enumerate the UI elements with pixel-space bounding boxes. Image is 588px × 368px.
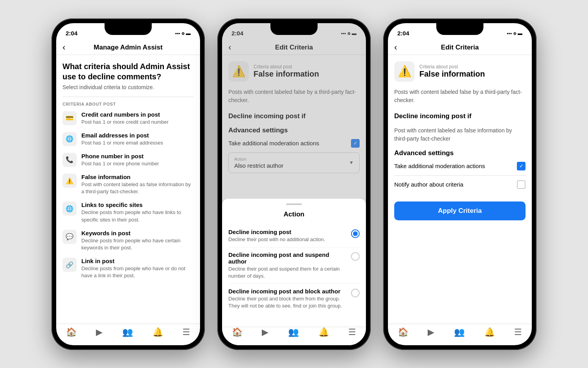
- status-icons-1: ▪▪▪ ⌾ ▬: [175, 31, 191, 36]
- checkbox-label-3a: Take additional moderation actions: [394, 163, 485, 169]
- bottom-nav-groups-1[interactable]: 👥: [122, 327, 133, 337]
- radio-empty-1[interactable]: [351, 252, 360, 261]
- bottom-nav-bell-2[interactable]: 🔔: [318, 327, 329, 337]
- battery-icon-3: ▬: [518, 31, 522, 36]
- bottom-nav-3: 🏠 ▶ 👥 🔔 ☰: [388, 324, 532, 345]
- status-time-3: 2:04: [397, 30, 409, 37]
- bottom-nav-bell-1[interactable]: 🔔: [153, 327, 163, 337]
- bottom-nav-1: 🏠 ▶ 👥 🔔 ☰: [56, 324, 200, 345]
- criteria-name-5: Keywords in post: [81, 230, 194, 236]
- screen1-content: What criteria should Admin Assist use to…: [56, 55, 200, 324]
- criteria-desc-0: Post has 1 or more credit card number: [81, 119, 169, 126]
- criteria-list: 💳 Credit card numbers in post Post has 1…: [62, 111, 194, 280]
- checkbox-row-3b[interactable]: Notify author about criteria: [394, 180, 526, 189]
- action-sheet-2: Action Decline incoming post Decline the…: [222, 199, 366, 345]
- keyword-icon: 💬: [62, 230, 77, 244]
- bottom-nav-bell-3[interactable]: 🔔: [484, 327, 495, 337]
- criteria-name-0: Credit card numbers in post: [81, 111, 169, 118]
- bottom-nav-groups-3[interactable]: 👥: [454, 327, 465, 337]
- phone-3: 2:04 ▪▪▪ ⌾ ▬ ‹ Edit Criteria ⚠️ Criteria…: [383, 18, 537, 350]
- criteria-item-false-info[interactable]: ⚠️ False information Post with content l…: [62, 174, 194, 195]
- credit-card-icon: 💳: [62, 111, 77, 125]
- link-icon: 🔗: [62, 258, 77, 272]
- bottom-nav-menu-2[interactable]: ☰: [348, 327, 356, 337]
- checkbox-row-3a[interactable]: Take additional moderation actions ✓: [394, 162, 526, 170]
- phone-1: 2:04 ▪▪▪ ⌾ ▬ ‹ Manage Admin Assist What …: [51, 18, 205, 350]
- bottom-nav-home-1[interactable]: 🏠: [66, 327, 77, 337]
- back-button-1[interactable]: ‹: [62, 42, 65, 53]
- bottom-nav-video-1[interactable]: ▶: [96, 327, 103, 337]
- criteria-item-phone[interactable]: 📞 Phone number in post Post has 1 or mor…: [62, 153, 194, 167]
- bottom-nav-groups-2[interactable]: 👥: [288, 327, 299, 337]
- wifi-icon-3: ⌾: [513, 31, 516, 36]
- decline-body-3: Post with content labeled as false infor…: [394, 126, 526, 143]
- notch-3: [436, 23, 483, 35]
- criteria-desc-2: Post has 1 or more phone number: [81, 160, 159, 167]
- radio-empty-2[interactable]: [351, 289, 360, 297]
- divider-3: [394, 175, 526, 176]
- criteria-item-keywords[interactable]: 💬 Keywords in post Decline posts from pe…: [62, 230, 194, 251]
- bottom-nav-home-2[interactable]: 🏠: [232, 327, 243, 337]
- criteria-header-title-3: False information: [419, 70, 485, 79]
- email-icon: 🌐: [62, 132, 77, 146]
- nav-header-3: ‹ Edit Criteria: [388, 40, 532, 55]
- checkbox-checked-3a[interactable]: ✓: [517, 162, 526, 170]
- notch-1: [105, 23, 152, 35]
- criteria-item-credit-card[interactable]: 💳 Credit card numbers in post Post has 1…: [62, 111, 194, 126]
- sheet-option-0[interactable]: Decline incoming post Decline their post…: [228, 225, 360, 247]
- radio-selected-0[interactable]: [351, 229, 360, 238]
- sheet-option-desc-0: Decline their post with no additional ac…: [228, 236, 325, 243]
- battery-icon-1: ▬: [186, 31, 191, 36]
- criteria-item-email[interactable]: 🌐 Email addresses in post Post has 1 or …: [62, 132, 194, 146]
- section-label-1: CRITERIA ABOUT POST: [62, 102, 194, 106]
- criteria-name-4: Links to specific sites: [81, 201, 194, 208]
- criteria-desc-4: Decline posts from people who have links…: [81, 209, 194, 223]
- criteria-desc-1: Post has 1 or more email addresses: [81, 139, 163, 146]
- nav-title-3: Edit Criteria: [441, 44, 479, 51]
- criteria-desc-3: Post with content labeled as false infor…: [81, 181, 194, 195]
- phone-1-screen: 2:04 ▪▪▪ ⌾ ▬ ‹ Manage Admin Assist What …: [56, 23, 200, 345]
- bottom-nav-menu-1[interactable]: ☰: [182, 327, 190, 337]
- bottom-nav-2: 🏠 ▶ 👥 🔔 ☰: [222, 327, 366, 345]
- criteria-header-label-3: Criteria about post: [419, 64, 485, 70]
- criteria-name-6: Link in post: [81, 258, 194, 264]
- sheet-option-desc-1: Decline their post and suspend them for …: [228, 265, 346, 280]
- bottom-nav-video-3[interactable]: ▶: [428, 327, 434, 337]
- sheet-option-name-1: Decline incoming post and suspend author: [228, 251, 346, 265]
- apply-criteria-button[interactable]: Apply Criteria: [394, 201, 526, 220]
- checkbox-empty-3b[interactable]: [517, 180, 526, 189]
- criteria-name-2: Phone number in post: [81, 153, 159, 159]
- checkbox-label-3b: Notify author about criteria: [394, 181, 463, 188]
- criteria-header-icon-3: ⚠️: [394, 61, 415, 82]
- sheet-option-desc-2: Decline their post and block them from t…: [228, 295, 346, 309]
- criteria-header-3: ⚠️ Criteria about post False information: [394, 61, 526, 82]
- decline-title-3: Decline incoming post if: [394, 112, 526, 120]
- warning-icon: ⚠️: [62, 174, 77, 188]
- sheet-option-1[interactable]: Decline incoming post and suspend author…: [228, 247, 360, 284]
- sheet-title-2: Action: [228, 211, 360, 218]
- signal-icon-1: ▪▪▪: [175, 31, 180, 36]
- back-button-3[interactable]: ‹: [394, 42, 397, 53]
- status-time-1: 2:04: [66, 30, 77, 37]
- criteria-item-link-post[interactable]: 🔗 Link in post Decline posts from people…: [62, 258, 194, 279]
- bottom-nav-menu-3[interactable]: ☰: [514, 327, 522, 337]
- phone-icon: 📞: [62, 153, 77, 167]
- status-icons-3: ▪▪▪ ⌾ ▬: [507, 31, 522, 36]
- nav-title-1: Manage Admin Assist: [94, 44, 162, 51]
- phone-2: 2:04 ▪▪▪ ⌾ ▬ ‹ Edit Criteria ⚠️ Criteria…: [217, 18, 371, 350]
- signal-icon-3: ▪▪▪: [507, 31, 512, 36]
- notch-2: [270, 23, 318, 35]
- phone-3-screen: 2:04 ▪▪▪ ⌾ ▬ ‹ Edit Criteria ⚠️ Criteria…: [388, 23, 532, 345]
- screen1-heading: What criteria should Admin Assist use to…: [62, 61, 194, 82]
- bottom-nav-home-3[interactable]: 🏠: [398, 327, 408, 337]
- criteria-item-links[interactable]: 🌐 Links to specific sites Decline posts …: [62, 201, 194, 223]
- sheet-option-name-0: Decline incoming post: [228, 229, 325, 235]
- link-globe-icon: 🌐: [62, 201, 77, 216]
- criteria-name-3: False information: [81, 174, 194, 180]
- advanced-title-3: Advanced settings: [394, 149, 526, 157]
- wifi-icon-1: ⌾: [182, 31, 184, 36]
- criteria-name-1: Email addresses in post: [81, 132, 163, 139]
- criteria-desc-6: Decline posts from people who have or do…: [81, 265, 194, 279]
- sheet-option-2[interactable]: Decline incoming post and block author D…: [228, 284, 360, 313]
- bottom-nav-video-2[interactable]: ▶: [262, 327, 268, 337]
